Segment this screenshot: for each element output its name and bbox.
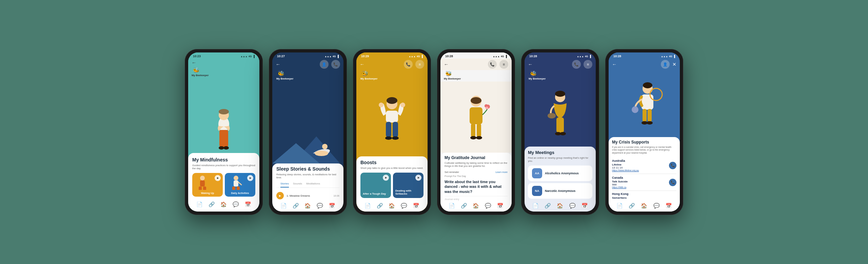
track-item-1: ▶ 1. Meadow Dreams 16:06 [276, 191, 339, 201]
journal-entry-label: Journal entry [445, 198, 508, 201]
card-waking-up[interactable]: ▶ Waking Up [192, 173, 223, 197]
nav-icon-4a[interactable]: 📞 [488, 60, 497, 69]
crisis-row-canada: Canada Talk Suicide 988 https://988.ca 📞 [612, 174, 676, 191]
card-tough-day[interactable]: ▶ After a Tough Day [360, 173, 391, 198]
nav-item-chat-6[interactable]: 💬 [653, 203, 660, 209]
screen-title-2: Sleep Stories & Sounds [276, 166, 339, 172]
nav-item-doc-5[interactable]: 📄 [532, 203, 539, 209]
play-btn-3a[interactable]: ▶ [383, 175, 389, 181]
nav-item-link-6[interactable]: 🔗 [629, 203, 635, 209]
back-arrow-5[interactable]: ← [528, 62, 533, 67]
illustration-4 [440, 82, 512, 153]
phone-crisis: 10:28 ▲▲▲ 4G ▐ ← 👤 ✕ [605, 49, 683, 215]
network-6: 4G [669, 55, 672, 58]
nav-item-link-2[interactable]: 🔗 [293, 203, 299, 209]
svg-point-40 [548, 113, 556, 118]
nav-item-chat-5[interactable]: 💬 [569, 203, 576, 209]
nav-item-cal-6[interactable]: 📅 [666, 203, 672, 209]
content-area-6: My Crisis Supports If you are in a suici… [609, 137, 680, 212]
battery-3: ▐ [421, 55, 423, 58]
nav-item-doc-3[interactable]: 📄 [364, 203, 371, 209]
nav-item-home-2[interactable]: 🏠 [304, 203, 311, 209]
svg-point-6 [200, 176, 205, 180]
call-btn-ca[interactable]: 📞 [669, 179, 676, 186]
meeting-aa[interactable]: AA Alcoholics Anonymous [528, 166, 592, 181]
nav-icon-5b[interactable]: ≡ [584, 60, 592, 69]
app-logo-1: 🐝 My Beekeeper [188, 67, 259, 78]
nav-icons-4: 📞 ≡ [488, 60, 508, 69]
nav-icon-3a[interactable]: 📞 [404, 60, 413, 69]
network-1: 4G [249, 55, 252, 58]
card-daily[interactable]: ▶ Daily Activities [225, 173, 255, 197]
meeting-aa-info: Alcoholics Anonymous [545, 172, 579, 175]
bee-icon-1: 🐝 [192, 67, 201, 73]
play-circle-1[interactable]: ▶ [276, 192, 284, 199]
illustration-6 [609, 70, 680, 137]
crisis-link-au[interactable]: https://www.lifeline.org.au [612, 169, 639, 172]
svg-point-23 [385, 136, 392, 140]
nav-item-home-6[interactable]: 🏠 [641, 203, 647, 209]
nav-item-chat-4[interactable]: 💬 [485, 203, 491, 209]
nav-item-doc-6[interactable]: 📄 [616, 203, 623, 209]
back-arrow-1[interactable]: ← [192, 60, 196, 65]
tab-stories[interactable]: Stories [280, 182, 289, 188]
learn-more[interactable]: Learn more [495, 171, 508, 173]
nav-item-home-4[interactable]: 🏠 [473, 203, 479, 209]
nav-icon-2a[interactable]: 👤 [320, 60, 329, 69]
nav-icon-6a[interactable]: 👤 [661, 60, 670, 69]
nav-item-home-5[interactable]: 🏠 [557, 203, 563, 209]
nav-item-cal-4[interactable]: 📅 [497, 203, 504, 209]
content-area-5: My Meetings Find an online or nearby gro… [525, 147, 596, 212]
svg-rect-30 [470, 107, 482, 124]
set-reminder[interactable]: Set reminder [445, 171, 459, 174]
nav-item-link-3[interactable]: 🔗 [377, 203, 383, 209]
play-btn-3b[interactable]: ▶ [415, 175, 421, 181]
meeting-na[interactable]: NA Narcotic Anonymous [528, 183, 592, 199]
tab-sounds[interactable]: Sounds [293, 182, 302, 188]
tab-meditations[interactable]: Meditations [306, 182, 320, 188]
call-btn-au[interactable]: 📞 [669, 162, 676, 169]
nav-item-chat-2[interactable]: 💬 [317, 203, 323, 209]
crisis-intro: If you are in a suicidal crisis, call em… [612, 146, 676, 154]
nav-item-chat-3[interactable]: 💬 [401, 203, 407, 209]
app-name-3: My Beekeeper [360, 77, 377, 80]
back-arrow-3[interactable]: ← [360, 62, 364, 67]
nav-icon-4b[interactable]: ≡ [499, 60, 508, 69]
nav-item-doc-1[interactable]: 📄 [196, 201, 203, 207]
card-setbacks[interactable]: ▶ Dealing with Setbacks [393, 173, 423, 198]
screen-subtitle-1: Guided mindfulness practices to support … [192, 164, 255, 171]
svg-rect-7 [200, 180, 205, 186]
journal-line-1 [445, 196, 508, 196]
badge-na: NA [532, 186, 542, 196]
back-arrow-6[interactable]: ← [612, 62, 617, 67]
nav-item-home-1[interactable]: 🏠 [220, 201, 227, 207]
play-btn-1b[interactable]: ▶ [247, 175, 253, 181]
nav-item-chat-1[interactable]: 💬 [233, 201, 239, 207]
cards-row-1: ▶ Waking Up ▶ [192, 173, 255, 197]
nav-icon-3b[interactable]: ≡ [415, 60, 424, 69]
nav-item-link-5[interactable]: 🔗 [545, 203, 551, 209]
illustration-1 [188, 78, 259, 153]
nav-item-link-4[interactable]: 🔗 [461, 203, 467, 209]
nav-item-link-1[interactable]: 🔗 [209, 201, 215, 207]
nav-icon-2b[interactable]: 📞 [331, 60, 340, 69]
play-btn-1a[interactable]: ▶ [215, 175, 221, 181]
back-arrow-4[interactable]: ← [444, 62, 449, 67]
meeting-na-name: Narcotic Anonymous [545, 189, 575, 193]
nav-item-cal-5[interactable]: 📅 [581, 203, 588, 209]
nav-item-cal-2[interactable]: 📅 [329, 203, 335, 209]
svg-rect-22 [393, 122, 398, 137]
signal-6: ▲▲▲ [661, 55, 668, 58]
nav-icon-5a[interactable]: 📞 [572, 60, 581, 69]
close-icon-6[interactable]: ✕ [672, 62, 676, 67]
back-arrow-2[interactable]: ← [276, 62, 280, 67]
crisis-link-ca[interactable]: https://988.ca [612, 186, 628, 189]
nav-item-cal-1[interactable]: 📅 [245, 201, 251, 207]
nav-item-doc-4[interactable]: 📄 [449, 203, 455, 209]
svg-rect-13 [237, 186, 240, 190]
content-area-2: Sleep Stories & Sounds Relaxing sleep st… [272, 163, 343, 212]
nav-item-doc-2[interactable]: 📄 [280, 203, 287, 209]
bottom-nav-6: 📄 🔗 🏠 💬 📅 [612, 201, 676, 212]
nav-item-cal-3[interactable]: 📅 [413, 203, 419, 209]
nav-item-home-3[interactable]: 🏠 [389, 203, 395, 209]
